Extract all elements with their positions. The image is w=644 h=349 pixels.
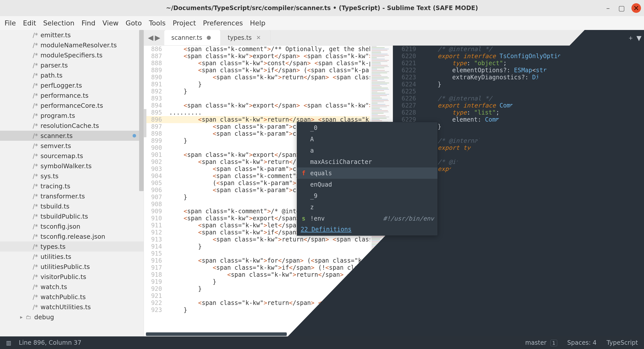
folder-icon: 🗀 [26,314,31,320]
ac-kind-icon: s [301,215,307,222]
git-branch-label: master [525,339,547,346]
sidebar-item-resolutionCache-ts[interactable]: /*resolutionCache.ts [0,121,144,131]
tabbar: ◀ ▶ scanner.tstypes.ts✕ ＋ ▼ [144,30,644,46]
sidebar-item-program-ts[interactable]: /*program.ts [0,111,144,121]
statusbar: ▥ Line 896, Column 37 master 1 Spaces: 4… [0,336,644,349]
sidebar-item-watchUtilities-ts[interactable]: /*watchUtilities.ts [0,302,144,312]
sidebar-item-tsbuildPublic-ts[interactable]: /*tsbuildPublic.ts [0,211,144,221]
menu-view[interactable]: View [102,19,118,27]
nav-forward-icon[interactable]: ▶ [155,33,160,42]
autocomplete-popup[interactable]: _0AamaxAsciiCharacterfequalsenQuad_9zs!e… [297,122,438,236]
git-count-box: 1 [550,340,557,346]
cursor-position[interactable]: Line 896, Column 37 [19,339,82,346]
window-title: ~/Documents/TypeScript/src/compiler/scan… [0,5,644,12]
autocomplete-item[interactable]: s!env#!/usr/bin/env [297,213,437,224]
close-icon [634,6,638,10]
sidebar-item-scanner-ts[interactable]: /*scanner.ts [0,131,144,141]
right-hscrollbar[interactable] [393,332,644,336]
tab-types-ts[interactable]: types.ts✕ [221,30,271,45]
sidebar-item-perfLogger-ts[interactable]: /*perfLogger.ts [0,80,144,90]
sidebar-scrollbar[interactable] [139,30,144,191]
left-hscrollbar[interactable] [144,332,393,336]
sidebar-item-watch-ts[interactable]: /*watch.ts [0,282,144,292]
autocomplete-item[interactable]: z [297,201,437,213]
sidebar-item-path-ts[interactable]: /*path.ts [0,70,144,80]
tab-scanner-ts[interactable]: scanner.ts [164,30,221,45]
sidebar-item-semver-ts[interactable]: /*semver.ts [0,141,144,151]
menu-help[interactable]: Help [250,19,266,27]
sidebar-item-tsconfig-release-json[interactable]: /*tsconfig.release.json [0,231,144,241]
sidebar-item-types-ts[interactable]: /*types.ts [0,241,144,252]
window-controls: – ▢ [604,3,641,13]
menu-find[interactable]: Find [82,19,95,27]
indent-status[interactable]: Spaces: 4 [567,339,597,346]
sidebar-item-moduleNameResolver-ts[interactable]: /*moduleNameResolver.ts [0,40,144,50]
sidebar-item-symbolWalker-ts[interactable]: /*symbolWalker.ts [0,161,144,171]
sidebar-item-utilities-ts[interactable]: /*utilities.ts [0,252,144,262]
sidebar-item-tsbuild-ts[interactable]: /*tsbuild.ts [0,201,144,211]
sidebar-toggle-icon[interactable]: ▥ [6,340,11,346]
sidebar-folder-debug[interactable]: ▸🗀debug [0,312,144,322]
sidebar-item-performanceCore-ts[interactable]: /*performanceCore.ts [0,100,144,111]
menubar: FileEditSelectionFindViewGotoToolsProjec… [0,16,644,30]
right-minimap[interactable] [619,46,644,336]
sidebar-item-transformer-ts[interactable]: /*transformer.ts [0,191,144,201]
sidebar-item-performance-ts[interactable]: /*performance.ts [0,90,144,100]
tab-close-icon[interactable]: ✕ [256,34,261,41]
main-area: /*emitter.ts/*moduleNameResolver.ts/*mod… [0,30,644,336]
sidebar-item-sys-ts[interactable]: /*sys.ts [0,171,144,181]
menu-tools[interactable]: Tools [149,19,166,27]
sidebar-item-parser-ts[interactable]: /*parser.ts [0,60,144,70]
autocomplete-item[interactable]: A [297,133,437,145]
menu-goto[interactable]: Goto [126,19,142,27]
menu-project[interactable]: Project [173,19,196,27]
nav-arrows: ◀ ▶ [144,30,164,45]
ac-kind-icon: f [301,170,307,177]
nav-back-icon[interactable]: ◀ [148,33,153,42]
menu-preferences[interactable]: Preferences [203,19,243,27]
dirty-indicator-icon [133,134,136,137]
new-tab-button[interactable]: ＋ [627,33,634,42]
menu-selection[interactable]: Selection [43,19,74,27]
autocomplete-item[interactable]: a [297,145,437,156]
dirty-dot-icon [207,36,211,40]
autocomplete-item[interactable]: _9 [297,190,437,201]
sidebar-item-moduleSpecifiers-ts[interactable]: /*moduleSpecifiers.ts [0,50,144,60]
autocomplete-item[interactable]: enQuad [297,179,437,190]
git-branch[interactable]: master 1 [525,339,557,346]
minimize-button[interactable]: – [604,4,612,12]
titlebar: ~/Documents/TypeScript/src/compiler/scan… [0,0,644,16]
menu-edit[interactable]: Edit [23,19,36,27]
autocomplete-definitions-link[interactable]: 22 Definitions [297,224,437,235]
syntax-status[interactable]: TypeScript [607,339,638,346]
autocomplete-item[interactable]: fequals [297,167,437,179]
sidebar-item-sourcemap-ts[interactable]: /*sourcemap.ts [0,151,144,161]
autocomplete-item[interactable]: _0 [297,122,437,133]
sidebar-item-emitter-ts[interactable]: /*emitter.ts [0,30,144,40]
sidebar-item-utilitiesPublic-ts[interactable]: /*utilitiesPublic.ts [0,262,144,272]
tab-menu-icon[interactable]: ▼ [636,34,641,42]
sidebar-item-tracing-ts[interactable]: /*tracing.ts [0,181,144,191]
close-button[interactable] [631,3,641,13]
maximize-button[interactable]: ▢ [618,4,625,12]
sidebar-item-visitorPublic-ts[interactable]: /*visitorPublic.ts [0,272,144,282]
autocomplete-item[interactable]: maxAsciiCharacter [297,156,437,167]
left-gutter: 886 887 888 889 890 891 892 893 894 895 … [144,46,167,313]
right-code[interactable]: /* @internal */ export interface TsConfi… [423,46,644,321]
menu-file[interactable]: File [5,19,16,27]
sidebar-item-watchPublic-ts[interactable]: /*watchPublic.ts [0,292,144,302]
sidebar: /*emitter.ts/*moduleNameResolver.ts/*mod… [0,30,144,336]
disclosure-icon: ▸ [20,314,23,320]
sidebar-item-tsconfig-json[interactable]: /*tsconfig.json [0,221,144,231]
